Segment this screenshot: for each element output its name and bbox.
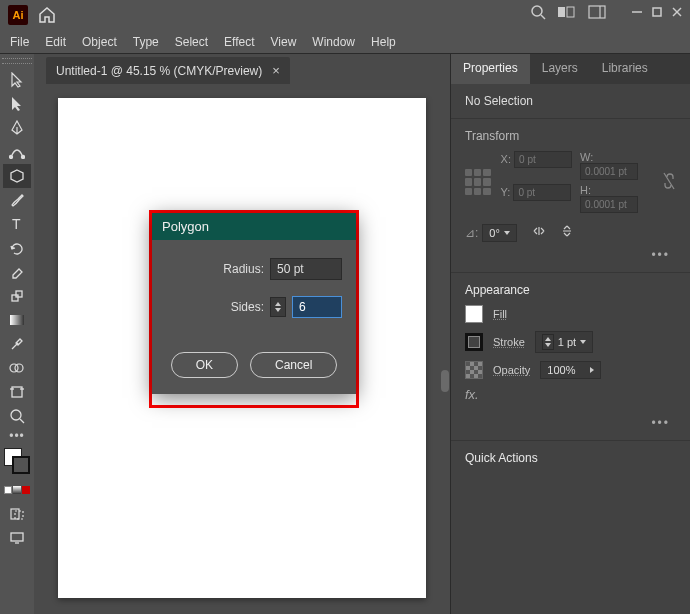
radius-input[interactable] <box>270 258 342 280</box>
tab-properties[interactable]: Properties <box>451 54 530 84</box>
y-input[interactable] <box>513 184 571 201</box>
home-icon[interactable] <box>38 7 56 23</box>
stroke-weight-input[interactable]: 1 pt <box>535 331 593 353</box>
type-tool-icon[interactable]: T <box>3 212 31 236</box>
rotate-input[interactable]: 0° <box>482 224 517 242</box>
app-logo: Ai <box>8 5 28 25</box>
direct-selection-tool-icon[interactable] <box>3 92 31 116</box>
svg-rect-4 <box>589 6 605 18</box>
appearance-title: Appearance <box>465 283 676 297</box>
scale-tool-icon[interactable] <box>3 284 31 308</box>
menu-type[interactable]: Type <box>133 35 159 49</box>
color-mode-icons[interactable] <box>3 478 31 502</box>
h-label: H: <box>580 184 591 196</box>
w-input[interactable] <box>580 163 638 180</box>
workspace-icon[interactable] <box>588 5 606 19</box>
svg-rect-3 <box>567 7 574 17</box>
cancel-button[interactable]: Cancel <box>250 352 337 378</box>
selection-status: No Selection <box>451 84 690 119</box>
fill-stroke-swatches[interactable] <box>4 448 30 474</box>
menu-view[interactable]: View <box>271 35 297 49</box>
svg-point-22 <box>11 410 21 420</box>
toolbar-handle[interactable] <box>2 58 32 64</box>
rotate-tool-icon[interactable] <box>3 236 31 260</box>
svg-point-11 <box>22 156 25 159</box>
menu-edit[interactable]: Edit <box>45 35 66 49</box>
close-tab-icon[interactable]: × <box>272 63 280 78</box>
menu-object[interactable]: Object <box>82 35 117 49</box>
opacity-swatch-icon[interactable] <box>465 361 483 379</box>
x-label: X: <box>501 153 511 165</box>
menu-select[interactable]: Select <box>175 35 208 49</box>
stroke-swatch-panel[interactable] <box>465 333 483 351</box>
transform-section: Transform X: W: Y: H: ⊿: 0° <box>451 119 690 273</box>
properties-panel: Properties Layers Libraries No Selection… <box>450 54 690 614</box>
menu-window[interactable]: Window <box>312 35 355 49</box>
fill-label[interactable]: Fill <box>493 308 507 320</box>
shape-builder-tool-icon[interactable] <box>3 356 31 380</box>
menu-help[interactable]: Help <box>371 35 396 49</box>
tab-layers[interactable]: Layers <box>530 54 590 84</box>
stroke-swatch[interactable] <box>12 456 30 474</box>
reference-point-icon[interactable] <box>465 169 491 195</box>
scrollbar-thumb[interactable] <box>441 370 449 392</box>
svg-rect-15 <box>16 291 22 297</box>
screen-mode-icon[interactable] <box>3 526 31 550</box>
svg-point-0 <box>532 6 542 16</box>
zoom-tool-icon[interactable] <box>3 404 31 428</box>
document-tabbar: Untitled-1 @ 45.15 % (CMYK/Preview) × <box>34 54 450 84</box>
document-tab[interactable]: Untitled-1 @ 45.15 % (CMYK/Preview) × <box>46 57 290 84</box>
opacity-input[interactable]: 100% <box>540 361 600 379</box>
x-input[interactable] <box>514 151 572 168</box>
sides-label: Sides: <box>231 300 264 314</box>
svg-rect-2 <box>558 7 565 17</box>
menu-effect[interactable]: Effect <box>224 35 254 49</box>
sides-input[interactable] <box>292 296 342 318</box>
tools-panel: T ••• <box>0 54 34 614</box>
h-input[interactable] <box>580 196 638 213</box>
flip-vertical-icon[interactable] <box>561 223 573 242</box>
pen-tool-icon[interactable] <box>3 116 31 140</box>
artboard-tool-icon[interactable] <box>3 380 31 404</box>
eyedropper-tool-icon[interactable] <box>3 332 31 356</box>
panel-tabs: Properties Layers Libraries <box>451 54 690 84</box>
maximize-icon[interactable] <box>652 7 662 17</box>
transform-more-icon[interactable]: ••• <box>465 242 676 262</box>
svg-rect-16 <box>10 315 24 325</box>
svg-rect-14 <box>12 295 18 301</box>
fx-button[interactable]: fx. <box>465 387 479 402</box>
y-label: Y: <box>501 186 511 198</box>
edit-toolbar-icon[interactable]: ••• <box>3 428 31 444</box>
sides-stepper[interactable] <box>270 297 286 317</box>
rotate-label: ⊿: <box>465 226 478 240</box>
tab-libraries[interactable]: Libraries <box>590 54 660 84</box>
svg-point-10 <box>10 156 13 159</box>
radius-label: Radius: <box>223 262 264 276</box>
selection-tool-icon[interactable] <box>3 68 31 92</box>
fill-swatch-panel[interactable] <box>465 305 483 323</box>
gradient-tool-icon[interactable] <box>3 308 31 332</box>
quick-actions-section: Quick Actions <box>451 441 690 483</box>
svg-rect-26 <box>11 533 23 541</box>
draw-mode-icon[interactable] <box>3 502 31 526</box>
flip-horizontal-icon[interactable] <box>531 225 547 240</box>
close-icon[interactable] <box>672 7 682 17</box>
appearance-more-icon[interactable]: ••• <box>465 410 676 430</box>
curvature-tool-icon[interactable] <box>3 140 31 164</box>
arrange-icon[interactable] <box>558 5 576 19</box>
search-icon[interactable] <box>530 4 546 20</box>
eraser-tool-icon[interactable] <box>3 260 31 284</box>
polygon-tool-icon[interactable] <box>3 164 31 188</box>
transform-title: Transform <box>465 129 676 143</box>
ok-button[interactable]: OK <box>171 352 238 378</box>
svg-rect-7 <box>653 8 661 16</box>
paintbrush-tool-icon[interactable] <box>3 188 31 212</box>
document-tab-title: Untitled-1 @ 45.15 % (CMYK/Preview) <box>56 64 262 78</box>
quick-actions-title: Quick Actions <box>465 451 676 465</box>
menu-file[interactable]: File <box>10 35 29 49</box>
polygon-dialog: Polygon Radius: Sides: OK Cancel <box>152 213 356 394</box>
stroke-label[interactable]: Stroke <box>493 336 525 348</box>
minimize-icon[interactable] <box>632 7 642 17</box>
opacity-label[interactable]: Opacity <box>493 364 530 376</box>
link-dimensions-icon[interactable] <box>662 171 676 194</box>
